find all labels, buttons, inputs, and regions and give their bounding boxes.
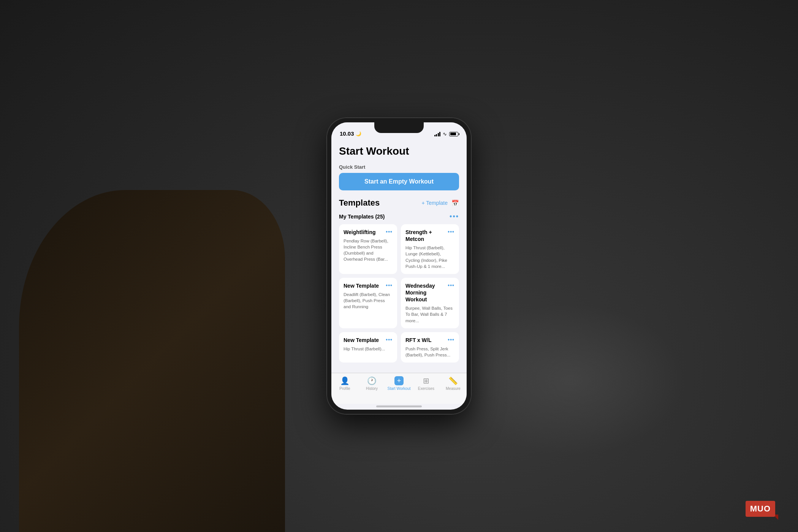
templates-grid: Weightlifting ••• Pendlay Row (Barbell),…	[339, 224, 459, 363]
template-card-strength-metcon[interactable]: Strength + Metcon ••• Hip Thrust (Barbel…	[401, 224, 459, 274]
template-more-button[interactable]: •••	[448, 282, 454, 288]
background-shoes	[456, 304, 684, 456]
my-templates-more-button[interactable]: •••	[450, 212, 459, 220]
template-exercises: Hip Thrust (Barbell), Lunge (Kettlebell)…	[405, 245, 454, 269]
tab-start-workout-label: Start Workout	[388, 386, 411, 391]
template-more-button[interactable]: •••	[386, 337, 393, 343]
phone-device: 10.03 🌙 ∿ Sta	[327, 118, 471, 414]
tab-measure-label: Measure	[446, 386, 461, 391]
tab-bar: 👤 Profile 🕐 History + Start Workout ⊞ Ex…	[331, 373, 467, 404]
tab-profile-label: Profile	[339, 386, 350, 391]
template-exercises: Deadlift (Barbell), Clean (Barbell), Pus…	[344, 291, 393, 310]
template-card-header: Strength + Metcon •••	[405, 229, 454, 242]
template-card-new-1[interactable]: New Template ••• Deadlift (Barbell), Cle…	[339, 278, 397, 328]
tab-history[interactable]: 🕐 History	[361, 376, 383, 391]
template-exercises: Burpee, Wall Balls, Toes To Bar, Wall Ba…	[405, 305, 454, 323]
battery-icon	[449, 132, 458, 136]
muo-watermark: MUO	[746, 501, 775, 517]
template-card-header: Wednesday Morning Workout •••	[405, 282, 454, 303]
template-more-button[interactable]: •••	[448, 229, 454, 235]
home-indicator	[376, 405, 422, 407]
template-name: Weightlifting	[344, 229, 384, 236]
template-card-header: Weightlifting •••	[344, 229, 393, 236]
page-title: Start Workout	[339, 145, 459, 157]
battery-fill	[450, 133, 456, 135]
template-card-header: RFT x W/L •••	[405, 337, 454, 344]
profile-icon: 👤	[340, 376, 350, 385]
calendar-icon[interactable]: 📅	[451, 200, 459, 207]
add-template-button[interactable]: + Template	[421, 200, 448, 206]
signal-icon	[434, 132, 441, 136]
status-icons: ∿	[434, 131, 459, 137]
template-exercises: Push Press, Split Jerk (Barbell), Push P…	[405, 346, 454, 358]
template-more-button[interactable]: •••	[448, 337, 454, 343]
history-icon: 🕐	[367, 376, 377, 385]
tab-start-workout[interactable]: + Start Workout	[388, 376, 411, 391]
templates-actions: + Template 📅	[421, 200, 459, 207]
measure-icon: 📏	[448, 376, 458, 385]
my-templates-row: My Templates (25) •••	[339, 212, 459, 220]
exercises-icon: ⊞	[423, 376, 429, 385]
template-name: RFT x W/L	[405, 337, 446, 344]
template-card-header: New Template •••	[344, 337, 393, 344]
phone-notch	[374, 122, 424, 133]
wifi-icon: ∿	[443, 131, 447, 137]
tab-exercises-label: Exercises	[418, 386, 434, 391]
status-time: 10.03 🌙	[340, 130, 361, 137]
template-card-rft[interactable]: RFT x W/L ••• Push Press, Split Jerk (Ba…	[401, 332, 459, 363]
tab-profile[interactable]: 👤 Profile	[334, 376, 356, 391]
tab-exercises[interactable]: ⊞ Exercises	[415, 376, 437, 391]
templates-header: Templates + Template 📅	[339, 198, 459, 208]
my-templates-label: My Templates (25)	[339, 214, 385, 220]
phone-wrapper: 10.03 🌙 ∿ Sta	[327, 118, 471, 414]
hand-background	[19, 190, 285, 532]
phone-screen: 10.03 🌙 ∿ Sta	[331, 122, 467, 410]
template-name: Wednesday Morning Workout	[405, 282, 446, 303]
start-empty-workout-button[interactable]: Start an Empty Workout	[339, 173, 459, 190]
quick-start-label: Quick Start	[339, 164, 459, 170]
template-name: New Template	[344, 337, 384, 344]
tab-history-label: History	[366, 386, 378, 391]
template-more-button[interactable]: •••	[386, 282, 393, 288]
template-more-button[interactable]: •••	[386, 229, 393, 235]
start-workout-icon: +	[394, 376, 404, 385]
template-name: New Template	[344, 282, 384, 289]
templates-title: Templates	[339, 198, 380, 208]
template-card-wednesday[interactable]: Wednesday Morning Workout ••• Burpee, Wa…	[401, 278, 459, 328]
template-card-header: New Template •••	[344, 282, 393, 289]
template-card-new-2[interactable]: New Template ••• Hip Thrust (Barbell)...	[339, 332, 397, 363]
tab-measure[interactable]: 📏 Measure	[442, 376, 464, 391]
main-content[interactable]: Start Workout Quick Start Start an Empty…	[331, 139, 467, 373]
template-card-weightlifting[interactable]: Weightlifting ••• Pendlay Row (Barbell),…	[339, 224, 397, 274]
moon-icon: 🌙	[356, 131, 361, 136]
template-exercises: Pendlay Row (Barbell), Incline Bench Pre…	[344, 238, 393, 262]
template-exercises: Hip Thrust (Barbell)...	[344, 346, 393, 352]
template-name: Strength + Metcon	[405, 229, 446, 242]
